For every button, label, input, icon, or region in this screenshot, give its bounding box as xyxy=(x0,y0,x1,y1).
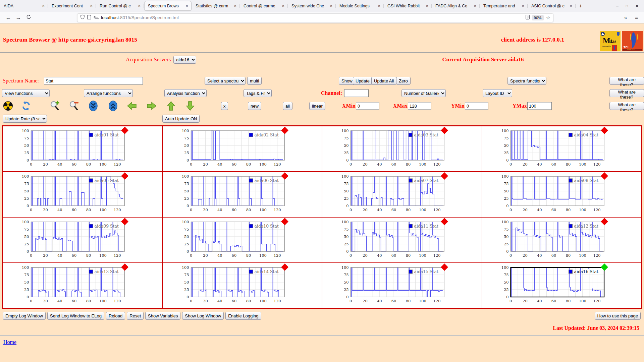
tab-close-icon[interactable]: × xyxy=(137,3,142,8)
spectrum-name-input[interactable] xyxy=(44,77,143,85)
spectrum-cell-aida04[interactable]: 0255075100020406080100120aida04 Stat xyxy=(482,126,642,172)
spectrum-cell-aida09[interactable]: 0255075100020406080100120aida09 Stat xyxy=(2,217,162,263)
tab-1[interactable]: AIDA× xyxy=(0,1,48,11)
home-link[interactable]: Home xyxy=(3,339,16,345)
what-are-these-button-2[interactable]: What are these? xyxy=(609,89,644,97)
scroll-down-icon[interactable] xyxy=(88,101,99,111)
spectrum-cell-aida14[interactable]: 0255075100020406080100120aida14 Stat xyxy=(162,263,322,308)
ymax-input[interactable] xyxy=(527,102,552,110)
xmin-input[interactable] xyxy=(356,102,379,110)
zero-button[interactable]: Zero xyxy=(396,77,411,85)
forward-icon[interactable]: → xyxy=(13,14,23,21)
bookmark-star-icon[interactable]: ☆ xyxy=(546,15,550,21)
update-all-button[interactable]: Update All xyxy=(371,77,396,85)
spectrum-cell-aida05[interactable]: 0255075100020406080100120aida05 Stat xyxy=(2,172,162,217)
send-log-to-elog-button[interactable]: Send Log Window to ELog xyxy=(47,312,104,320)
view-functions-dropdown[interactable]: View functions xyxy=(2,89,50,97)
reload-icon[interactable] xyxy=(23,14,34,21)
tab-close-icon[interactable]: × xyxy=(41,3,46,8)
zoom-in-icon[interactable] xyxy=(49,101,60,111)
new-tab-button[interactable]: + xyxy=(576,0,586,12)
midas-logo[interactable]: M idas powered by xyxy=(600,31,621,51)
tab-close-icon[interactable]: × xyxy=(377,3,381,8)
linear-button[interactable]: linear xyxy=(309,102,325,110)
spectrum-cell-aida16[interactable]: 0255075100020406080100120aida16 Stat xyxy=(482,263,642,308)
number-of-galleries-dropdown[interactable]: Number of Galleries xyxy=(401,89,446,97)
spectrum-cell-aida12[interactable]: 0255075100020406080100120aida12 Stat xyxy=(482,217,642,263)
tab-close-icon[interactable]: × xyxy=(281,3,285,8)
what-are-these-button-1[interactable]: What are these? xyxy=(609,77,644,85)
acquisition-server-select[interactable]: aida16 xyxy=(173,56,196,64)
new-button[interactable]: new xyxy=(248,102,261,110)
arrow-up-icon[interactable] xyxy=(166,101,176,111)
tab-close-icon[interactable]: × xyxy=(233,3,237,8)
tab-close-icon[interactable]: × xyxy=(89,3,94,8)
spectrum-cell-aida11[interactable]: 0255075100020406080100120aida11 Stat xyxy=(322,217,482,263)
empty-log-window-button[interactable]: Empty Log Window xyxy=(3,312,46,320)
update-rate-dropdown[interactable]: Update Rate (8 secs) xyxy=(3,115,47,123)
reader-view-icon[interactable] xyxy=(526,15,530,21)
tab-11[interactable]: Temperature and× xyxy=(480,1,527,11)
tab-close-icon[interactable]: × xyxy=(473,3,477,8)
multi-button[interactable]: multi xyxy=(247,77,262,85)
close-button[interactable]: ✕ xyxy=(635,4,639,8)
tab-9[interactable]: GSI White Rabbit× xyxy=(384,1,431,11)
enable-logging-button[interactable]: Enable Logging xyxy=(225,312,261,320)
refresh-icon[interactable] xyxy=(21,101,32,111)
radiation-icon[interactable] xyxy=(3,101,13,111)
xmax-input[interactable] xyxy=(408,102,431,110)
tab-close-icon[interactable]: × xyxy=(521,3,525,8)
spectrum-cell-aida13[interactable]: 0255075100020406080100120aida13 Stat xyxy=(2,263,162,308)
permissions-icon[interactable] xyxy=(94,15,99,21)
shield-icon[interactable] xyxy=(80,14,85,21)
spectrum-cell-aida15[interactable]: 0255075100020406080100120aida15 Stat xyxy=(322,263,482,308)
url-bar[interactable]: localhost:8015/Spectrum/Spectrum.tml 90%… xyxy=(77,13,553,22)
scroll-up-icon[interactable] xyxy=(108,101,118,111)
channel-input[interactable] xyxy=(344,89,369,97)
app-menu-icon[interactable]: ≡ xyxy=(635,15,638,20)
layout-id-dropdown[interactable]: Layout ID=2 xyxy=(483,89,512,97)
tab-5[interactable]: Statistics @ carm× xyxy=(192,1,239,11)
tab-close-icon[interactable]: × xyxy=(184,3,189,8)
ymin-input[interactable] xyxy=(465,102,488,110)
tab-10[interactable]: FADC Align & Co× xyxy=(432,1,479,11)
x-scale-button[interactable]: x xyxy=(221,102,228,110)
analysis-functions-dropdown[interactable]: Analysis functions xyxy=(164,89,207,97)
tab-2[interactable]: Experiment Cont× xyxy=(48,1,96,11)
arrow-down-icon[interactable] xyxy=(185,101,196,111)
spectra-functions-dropdown[interactable]: Spectra functions xyxy=(507,77,546,85)
tab-8[interactable]: Module Settings× xyxy=(336,1,383,11)
what-are-these-button-3[interactable]: What are these? xyxy=(609,102,644,110)
tab-6[interactable]: Control @ carme× xyxy=(240,1,287,11)
tags-fits-dropdown[interactable]: Tags & Fits xyxy=(244,89,272,97)
arrow-right-icon[interactable] xyxy=(146,101,157,111)
reset-button[interactable]: Reset xyxy=(127,312,144,320)
all-button[interactable]: all xyxy=(283,102,292,110)
tab-3[interactable]: Run Control @ c× xyxy=(96,1,144,11)
select-spectrum-dropdown[interactable]: Select a spectrum xyxy=(205,77,246,85)
spectrum-cell-aida07[interactable]: 0255075100020406080100120aida07 Stat xyxy=(322,172,482,217)
tab-12[interactable]: ASIC Control @ c× xyxy=(528,1,575,11)
tab-close-icon[interactable]: × xyxy=(569,3,573,8)
minimize-button[interactable]: – xyxy=(616,4,619,8)
reload-button[interactable]: Reload xyxy=(106,312,125,320)
show-variables-button[interactable]: Show Variables xyxy=(145,312,180,320)
tcl-powered-logo[interactable]: TCL POWERED xyxy=(622,31,643,51)
spectrum-cell-aida02[interactable]: 0255075100020406080100120aida02 Stat xyxy=(162,126,322,172)
maximize-button[interactable]: □ xyxy=(626,4,628,8)
zoom-level-badge[interactable]: 90% xyxy=(532,15,544,20)
update-button[interactable]: Update xyxy=(353,77,372,85)
page-info-icon[interactable] xyxy=(87,15,91,21)
spectrum-cell-aida10[interactable]: 0255075100020406080100120aida10 Stat xyxy=(162,217,322,263)
spectrum-cell-aida06[interactable]: 0255075100020406080100120aida06 Stat xyxy=(162,172,322,217)
back-icon[interactable]: ← xyxy=(3,14,13,21)
how-to-use-button[interactable]: How to use this page xyxy=(595,312,641,320)
spectrum-cell-aida03[interactable]: 0255075100020406080100120aida03 Stat xyxy=(322,126,482,172)
tab-4[interactable]: Spectrum Brows× xyxy=(144,1,192,11)
tab-close-icon[interactable]: × xyxy=(329,3,333,8)
show-log-window-button[interactable]: Show Log Window xyxy=(182,312,224,320)
arrange-functions-dropdown[interactable]: Arrange functions xyxy=(84,89,133,97)
auto-update-button[interactable]: Auto Update ON xyxy=(162,115,200,123)
tab-close-icon[interactable]: × xyxy=(425,3,429,8)
overflow-menu-icon[interactable]: » xyxy=(624,15,627,20)
